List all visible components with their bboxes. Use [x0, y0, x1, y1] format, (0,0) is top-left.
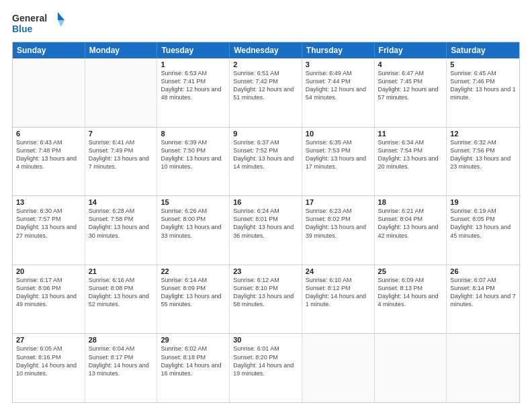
- day-cell-29: 29Sunrise: 6:02 AM Sunset: 8:18 PM Dayli…: [157, 334, 230, 402]
- day-number: 27: [16, 336, 81, 344]
- day-cell-25: 25Sunrise: 6:09 AM Sunset: 8:13 PM Dayli…: [375, 265, 447, 334]
- day-info: Sunrise: 6:19 AM Sunset: 8:05 PM Dayligh…: [450, 207, 516, 240]
- day-cell-9: 9Sunrise: 6:37 AM Sunset: 7:52 PM Daylig…: [230, 128, 302, 196]
- day-number: 22: [161, 267, 226, 275]
- day-cell-2: 2Sunrise: 6:51 AM Sunset: 7:42 PM Daylig…: [230, 58, 302, 127]
- day-cell-4: 4Sunrise: 6:47 AM Sunset: 7:45 PM Daylig…: [375, 58, 447, 127]
- day-cell-27: 27Sunrise: 6:05 AM Sunset: 8:16 PM Dayli…: [13, 334, 85, 402]
- day-info: Sunrise: 6:53 AM Sunset: 7:41 PM Dayligh…: [161, 69, 226, 102]
- day-cell-21: 21Sunrise: 6:16 AM Sunset: 8:08 PM Dayli…: [85, 265, 158, 334]
- day-info: Sunrise: 6:01 AM Sunset: 8:20 PM Dayligh…: [233, 345, 298, 377]
- calendar-row-1: 1Sunrise: 6:53 AM Sunset: 7:41 PM Daylig…: [13, 58, 519, 127]
- day-number: 29: [161, 336, 226, 344]
- day-cell-14: 14Sunrise: 6:28 AM Sunset: 7:58 PM Dayli…: [85, 196, 158, 265]
- day-info: Sunrise: 6:10 AM Sunset: 8:12 PM Dayligh…: [306, 276, 371, 309]
- logo: General Blue: [12, 11, 66, 36]
- calendar: SundayMondayTuesdayWednesdayThursdayFrid…: [12, 42, 520, 403]
- svg-marker-3: [58, 20, 64, 27]
- day-number: 28: [89, 336, 154, 344]
- day-info: Sunrise: 6:17 AM Sunset: 8:06 PM Dayligh…: [16, 276, 81, 309]
- day-cell-30: 30Sunrise: 6:01 AM Sunset: 8:20 PM Dayli…: [230, 334, 302, 402]
- empty-cell-w0c0: [13, 58, 85, 127]
- day-cell-8: 8Sunrise: 6:39 AM Sunset: 7:50 PM Daylig…: [157, 128, 230, 196]
- day-number: 20: [16, 267, 81, 275]
- day-number: 4: [378, 60, 443, 68]
- day-number: 7: [89, 130, 154, 138]
- empty-cell-w0c1: [85, 58, 158, 127]
- day-number: 10: [306, 130, 371, 138]
- day-info: Sunrise: 6:02 AM Sunset: 8:18 PM Dayligh…: [161, 345, 226, 377]
- day-number: 21: [89, 267, 154, 275]
- header-day-tuesday: Tuesday: [157, 42, 230, 58]
- header: General Blue: [12, 11, 520, 36]
- day-info: Sunrise: 6:45 AM Sunset: 7:46 PM Dayligh…: [450, 69, 516, 102]
- day-info: Sunrise: 6:32 AM Sunset: 7:56 PM Dayligh…: [450, 138, 516, 171]
- day-cell-1: 1Sunrise: 6:53 AM Sunset: 7:41 PM Daylig…: [157, 58, 230, 127]
- day-info: Sunrise: 6:09 AM Sunset: 8:13 PM Dayligh…: [378, 276, 443, 309]
- day-info: Sunrise: 6:49 AM Sunset: 7:44 PM Dayligh…: [306, 69, 371, 102]
- day-number: 9: [233, 130, 298, 138]
- day-info: Sunrise: 6:47 AM Sunset: 7:45 PM Dayligh…: [378, 69, 443, 102]
- day-cell-10: 10Sunrise: 6:35 AM Sunset: 7:53 PM Dayli…: [302, 128, 375, 196]
- day-info: Sunrise: 6:35 AM Sunset: 7:53 PM Dayligh…: [306, 138, 371, 171]
- day-cell-20: 20Sunrise: 6:17 AM Sunset: 8:06 PM Dayli…: [13, 265, 85, 334]
- calendar-header: SundayMondayTuesdayWednesdayThursdayFrid…: [13, 42, 519, 58]
- day-cell-7: 7Sunrise: 6:41 AM Sunset: 7:49 PM Daylig…: [85, 128, 158, 196]
- day-number: 8: [161, 130, 226, 138]
- day-number: 19: [450, 198, 516, 206]
- calendar-body: 1Sunrise: 6:53 AM Sunset: 7:41 PM Daylig…: [13, 58, 519, 402]
- day-info: Sunrise: 6:26 AM Sunset: 8:00 PM Dayligh…: [161, 207, 226, 240]
- day-number: 3: [306, 60, 371, 68]
- day-number: 30: [233, 336, 298, 344]
- day-cell-5: 5Sunrise: 6:45 AM Sunset: 7:46 PM Daylig…: [447, 58, 519, 127]
- page: General Blue SundayMondayTuesdayWednesda…: [0, 0, 532, 411]
- calendar-row-4: 20Sunrise: 6:17 AM Sunset: 8:06 PM Dayli…: [13, 265, 519, 334]
- day-info: Sunrise: 6:04 AM Sunset: 8:17 PM Dayligh…: [89, 345, 154, 377]
- day-number: 25: [378, 267, 443, 275]
- day-cell-28: 28Sunrise: 6:04 AM Sunset: 8:17 PM Dayli…: [85, 334, 158, 402]
- empty-cell-w4c5: [375, 334, 447, 402]
- day-info: Sunrise: 6:34 AM Sunset: 7:54 PM Dayligh…: [378, 138, 443, 171]
- day-number: 6: [16, 130, 81, 138]
- day-cell-13: 13Sunrise: 6:30 AM Sunset: 7:57 PM Dayli…: [13, 196, 85, 265]
- day-cell-17: 17Sunrise: 6:23 AM Sunset: 8:02 PM Dayli…: [302, 196, 375, 265]
- day-number: 12: [450, 130, 516, 138]
- day-number: 15: [161, 198, 226, 206]
- header-day-friday: Friday: [375, 42, 447, 58]
- day-info: Sunrise: 6:24 AM Sunset: 8:01 PM Dayligh…: [233, 207, 298, 240]
- day-info: Sunrise: 6:12 AM Sunset: 8:10 PM Dayligh…: [233, 276, 298, 309]
- day-info: Sunrise: 6:23 AM Sunset: 8:02 PM Dayligh…: [306, 207, 371, 240]
- day-cell-6: 6Sunrise: 6:43 AM Sunset: 7:48 PM Daylig…: [13, 128, 85, 196]
- day-info: Sunrise: 6:37 AM Sunset: 7:52 PM Dayligh…: [233, 138, 298, 171]
- day-info: Sunrise: 6:14 AM Sunset: 8:09 PM Dayligh…: [161, 276, 226, 309]
- logo-svg: General Blue: [12, 11, 66, 36]
- day-cell-12: 12Sunrise: 6:32 AM Sunset: 7:56 PM Dayli…: [447, 128, 519, 196]
- header-day-wednesday: Wednesday: [230, 42, 302, 58]
- day-cell-19: 19Sunrise: 6:19 AM Sunset: 8:05 PM Dayli…: [447, 196, 519, 265]
- calendar-row-2: 6Sunrise: 6:43 AM Sunset: 7:48 PM Daylig…: [13, 127, 519, 196]
- svg-text:Blue: Blue: [12, 24, 33, 34]
- day-number: 16: [233, 198, 298, 206]
- day-cell-22: 22Sunrise: 6:14 AM Sunset: 8:09 PM Dayli…: [157, 265, 230, 334]
- day-number: 11: [378, 130, 443, 138]
- day-info: Sunrise: 6:05 AM Sunset: 8:16 PM Dayligh…: [16, 345, 81, 377]
- day-number: 2: [233, 60, 298, 68]
- day-number: 24: [306, 267, 371, 275]
- header-day-monday: Monday: [85, 42, 158, 58]
- day-number: 1: [161, 60, 226, 68]
- day-number: 14: [89, 198, 154, 206]
- day-cell-3: 3Sunrise: 6:49 AM Sunset: 7:44 PM Daylig…: [302, 58, 375, 127]
- day-number: 13: [16, 198, 81, 206]
- empty-cell-w4c4: [302, 334, 375, 402]
- day-info: Sunrise: 6:51 AM Sunset: 7:42 PM Dayligh…: [233, 69, 298, 102]
- day-number: 17: [306, 198, 371, 206]
- svg-marker-2: [58, 12, 64, 20]
- day-cell-18: 18Sunrise: 6:21 AM Sunset: 8:04 PM Dayli…: [375, 196, 447, 265]
- day-info: Sunrise: 6:39 AM Sunset: 7:50 PM Dayligh…: [161, 138, 226, 171]
- day-info: Sunrise: 6:30 AM Sunset: 7:57 PM Dayligh…: [16, 207, 81, 240]
- day-info: Sunrise: 6:41 AM Sunset: 7:49 PM Dayligh…: [89, 138, 154, 171]
- day-info: Sunrise: 6:43 AM Sunset: 7:48 PM Dayligh…: [16, 138, 81, 171]
- calendar-row-5: 27Sunrise: 6:05 AM Sunset: 8:16 PM Dayli…: [13, 333, 519, 402]
- day-cell-15: 15Sunrise: 6:26 AM Sunset: 8:00 PM Dayli…: [157, 196, 230, 265]
- day-info: Sunrise: 6:16 AM Sunset: 8:08 PM Dayligh…: [89, 276, 154, 309]
